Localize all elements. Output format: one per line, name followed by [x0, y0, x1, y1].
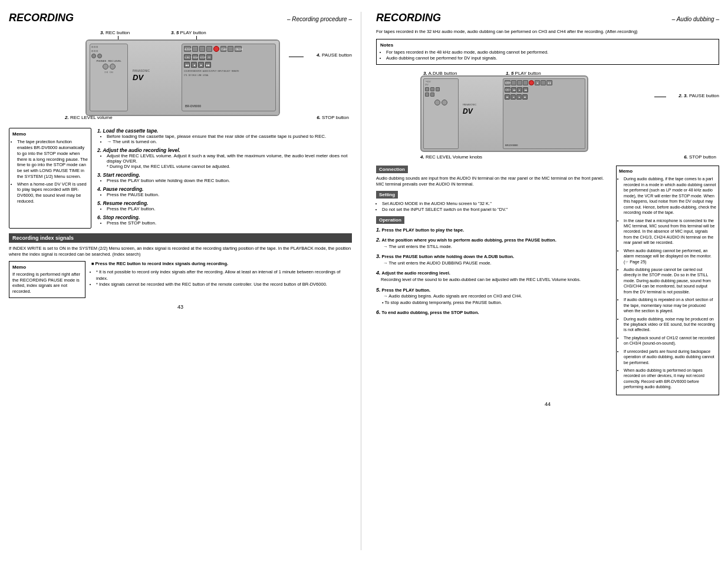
step-4-header: 4. Pause recording.	[97, 186, 352, 192]
step-5-body: Press the PLAY button.	[97, 206, 352, 211]
setting-item-1: Do not set the INPUT SELECT switch on th…	[382, 207, 611, 213]
callout-step35-play: 3. 5 PLAY button	[171, 30, 206, 35]
device-inner-left: ™DVDV ⊡ ⊡ ⊡ ⊡ ⊡ ⊡ PHONES REC LEVEL	[87, 41, 279, 115]
step-2-note: * During DV input, the REC LEVEL volume …	[102, 164, 352, 169]
right-memo-item-6: The playback sound of CH1/2 cannot be re…	[624, 335, 716, 346]
index-press-item-1: * Index signals cannot be recorded with …	[96, 282, 352, 288]
left-memo-box: Memo The tape protection function enable…	[9, 128, 91, 229]
right-memo-item-8: When audio dubbing is performed on tapes…	[624, 368, 716, 390]
index-press-item-0: * It is not possible to record only inde…	[96, 269, 352, 282]
right-memo-item-5: During audio dubbing, noise may be produ…	[624, 316, 716, 333]
op-step-5-bullet: • To stop audio dubbing temporarily, pre…	[376, 300, 611, 306]
left-page-num: 43	[9, 304, 352, 310]
step-5-bullet-0: Press the PLAY button.	[107, 206, 352, 211]
setting-badge: Setting	[376, 191, 398, 199]
step-3-bullet-0: Press the PLAY button while holding down…	[107, 178, 352, 183]
right-memo-item-4: If audio dubbing is repeated on a short …	[624, 297, 716, 313]
left-two-col: Memo The tape protection function enable…	[9, 128, 352, 229]
step-2-bullet-0: Adjust the REC LEVEL volume. Adjust it s…	[107, 153, 352, 164]
callout-line-4pause	[289, 57, 304, 57]
notes-title: Notes	[380, 42, 715, 48]
callout-step2-reclevel: 2. REC LEVEL volume	[65, 115, 113, 120]
operation-steps: 1. Press the PLAY button to play the tap…	[376, 226, 611, 316]
device-image-right: ™DVDV	[420, 75, 588, 152]
left-memo-item-1: The tape protection function enables BR-…	[17, 139, 88, 179]
connection-text: Audio dubbing sounds are input from the …	[376, 176, 611, 188]
operation-badge: Operation	[376, 216, 404, 224]
index-memo-text: If recording is performed right after th…	[12, 272, 82, 295]
right-device-diagram: 3. A.DUB button 1. 5 PLAY button ™DVDV	[376, 70, 719, 161]
right-memo-box: Memo During audio dubbing, if the tape c…	[616, 166, 719, 395]
callout-step3-rec: 3. REC button	[100, 30, 130, 35]
step-1-list: Before loading the cassette tape, please…	[102, 134, 352, 144]
step-4-list: Press the PAUSE button.	[102, 192, 352, 197]
left-subtitle: – Recording procedure –	[287, 16, 352, 22]
right-memo-item-0: During audio dubbing, if the tape comes …	[624, 176, 716, 215]
right-intro: For tapes recorded in the 32 kHz audio m…	[376, 29, 719, 35]
index-memo-title: Memo	[12, 265, 82, 270]
left-memo-title: Memo	[12, 131, 88, 137]
index-section-header: Recording index signals	[9, 233, 352, 243]
right-memo-item-1: In the case that a microphone is connect…	[624, 218, 716, 246]
step-2-list: Adjust the REC LEVEL volume. Adjust it s…	[102, 153, 352, 164]
step-5-list: Press the PLAY button.	[102, 206, 352, 211]
step-1-bullet-0: Before loading the cassette tape, please…	[107, 134, 352, 139]
operation-section: Operation 1. Press the PLAY button to pl…	[376, 216, 611, 316]
notes-item-1: Audio dubbing cannot be performed for DV…	[386, 55, 715, 62]
right-memo-list: During audio dubbing, if the tape comes …	[619, 176, 716, 389]
step-2-header: 2. Adjust the audio recording level.	[97, 147, 352, 153]
step-6-body: Press the STOP button.	[97, 220, 352, 226]
step-1-body: Before loading the cassette tape, please…	[97, 134, 352, 144]
callout-step23-pause: 2. 3. PAUSE button	[678, 93, 719, 98]
steps-column: 1. Load the cassette tape. Before loadin…	[97, 128, 352, 229]
right-memo-item-3: Audio dubbing pause cannot be carried ou…	[624, 267, 716, 295]
left-memo-list: The tape protection function enables BR-…	[12, 139, 88, 204]
step-3-list: Press the PLAY button while holding down…	[102, 178, 352, 183]
step-3-body: Press the PLAY button while holding down…	[97, 178, 352, 183]
op-step-6: 6. To end audio dubbing, press the STOP …	[376, 309, 611, 316]
op-step-2-sub: → The unit enters the STILL mode.	[376, 244, 611, 250]
right-page-num: 44	[376, 401, 719, 407]
step-4-bullet-0: Press the PAUSE button.	[107, 192, 352, 197]
right-page: RECORDING – Audio dubbing – For tapes re…	[367, 12, 719, 550]
left-memo-item-2: When a home-use DV VCR is used to play t…	[17, 181, 88, 204]
step-1: 1. Load the cassette tape. Before loadin…	[97, 128, 352, 144]
step-4-body: Press the PAUSE button.	[97, 192, 352, 197]
index-press-title: ■ Press the REC button to record index s…	[91, 261, 352, 267]
step-6-bullet-0: Press the STOP button.	[107, 220, 352, 226]
step-4: 4. Pause recording. Press the PAUSE butt…	[97, 186, 352, 197]
notes-box: Notes For tapes recorded in the 48 kHz a…	[376, 39, 719, 65]
notes-item-0: For tapes recorded in the 48 kHz audio m…	[386, 49, 715, 56]
left-page: RECORDING – Recording procedure – 3. REC…	[9, 12, 361, 550]
step-3-header: 3. Start recording.	[97, 172, 352, 178]
page-container: RECORDING – Recording procedure – 3. REC…	[0, 0, 728, 562]
step-1-header: 1. Load the cassette tape.	[97, 128, 352, 134]
setting-list: Set AUDIO MODE in the AUDIO Menu screen …	[376, 201, 611, 213]
right-memo-item-7: If unrecorded parts are found during bac…	[624, 349, 716, 365]
op-step-3: 3. Press the PAUSE button while holding …	[376, 253, 611, 266]
index-press-list: * It is not possible to record only inde…	[91, 269, 352, 288]
callout-step6-stop-left: 6. STOP button	[317, 115, 349, 120]
step-5-header: 5. Resume recording.	[97, 200, 352, 206]
right-left-col: Connection Audio dubbing sounds are inpu…	[376, 166, 611, 395]
index-press-col: ■ Press the REC button to record index s…	[91, 261, 352, 298]
left-page-header: RECORDING – Recording procedure –	[9, 12, 352, 24]
setting-item-0: Set AUDIO MODE in the AUDIO Menu screen …	[382, 201, 611, 207]
connection-section: Connection Audio dubbing sounds are inpu…	[376, 166, 611, 188]
right-title: RECORDING	[376, 12, 441, 24]
right-subtitle: – Audio dubbing –	[672, 16, 719, 22]
step-6-header: 6. Stop recording.	[97, 214, 352, 220]
left-device-diagram: 3. REC button 3. 5 PLAY button ™DVDV ⊡ ⊡…	[9, 29, 352, 123]
left-title: RECORDING	[9, 12, 74, 24]
callout-step4-reclevel: 4. REC LEVEL Volume knobs	[420, 154, 482, 160]
device-image-left: ™DVDV ⊡ ⊡ ⊡ ⊡ ⊡ ⊡ PHONES REC LEVEL	[85, 39, 280, 116]
right-memo-title: Memo	[619, 168, 716, 175]
step-2-body: Adjust the REC LEVEL volume. Adjust it s…	[97, 153, 352, 169]
callout-step6-stop-right: 6. STOP button	[684, 154, 716, 160]
op-step-2: 2. At the position where you wish to per…	[376, 236, 611, 250]
step-3: 3. Start recording. Press the PLAY butto…	[97, 172, 352, 183]
index-section-body: If INDEX WRITE is set to ON in the SYSTE…	[9, 246, 352, 257]
notes-list: For tapes recorded in the 48 kHz audio m…	[380, 49, 715, 62]
op-step-1: 1. Press the PLAY button to play the tap…	[376, 226, 611, 234]
op-step-3-sub: → The unit enters the AUDIO DUBBING PAUS…	[376, 260, 611, 267]
